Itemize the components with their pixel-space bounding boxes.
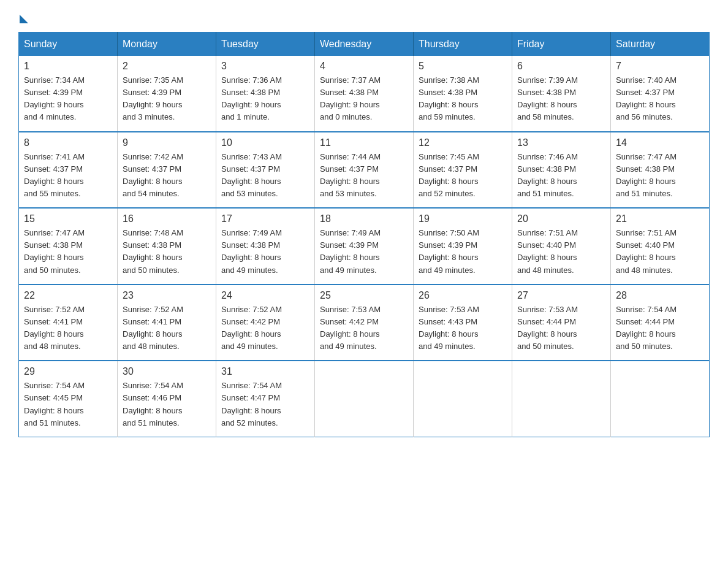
calendar-day-cell: 26 Sunrise: 7:53 AMSunset: 4:43 PMDaylig… (414, 285, 512, 361)
day-info: Sunrise: 7:34 AMSunset: 4:39 PMDaylight:… (24, 74, 112, 124)
days-of-week-row: SundayMondayTuesdayWednesdayThursdayFrid… (19, 33, 710, 56)
calendar-day-cell: 10 Sunrise: 7:43 AMSunset: 4:37 PMDaylig… (216, 132, 315, 209)
calendar-day-cell: 16 Sunrise: 7:48 AMSunset: 4:38 PMDaylig… (118, 208, 216, 285)
day-info: Sunrise: 7:50 AMSunset: 4:39 PMDaylight:… (419, 227, 507, 277)
day-number: 19 (419, 213, 507, 224)
day-info: Sunrise: 7:38 AMSunset: 4:38 PMDaylight:… (419, 74, 507, 124)
calendar-day-cell: 4 Sunrise: 7:37 AMSunset: 4:38 PMDayligh… (315, 56, 414, 132)
day-number: 15 (24, 213, 112, 224)
calendar-day-cell: 2 Sunrise: 7:35 AMSunset: 4:39 PMDayligh… (118, 56, 216, 132)
day-number: 18 (320, 213, 408, 224)
day-info: Sunrise: 7:54 AMSunset: 4:47 PMDaylight:… (221, 380, 309, 429)
day-info: Sunrise: 7:44 AMSunset: 4:37 PMDaylight:… (320, 151, 408, 201)
calendar-day-cell: 25 Sunrise: 7:53 AMSunset: 4:42 PMDaylig… (315, 285, 414, 361)
day-info: Sunrise: 7:35 AMSunset: 4:39 PMDaylight:… (123, 74, 211, 124)
calendar-day-cell: 6 Sunrise: 7:39 AMSunset: 4:38 PMDayligh… (512, 56, 611, 132)
calendar-day-cell: 18 Sunrise: 7:49 AMSunset: 4:39 PMDaylig… (315, 208, 414, 285)
day-info: Sunrise: 7:53 AMSunset: 4:43 PMDaylight:… (419, 304, 507, 353)
day-number: 22 (24, 290, 112, 301)
day-info: Sunrise: 7:43 AMSunset: 4:37 PMDaylight:… (221, 151, 309, 201)
calendar-day-cell: 24 Sunrise: 7:52 AMSunset: 4:42 PMDaylig… (216, 285, 315, 361)
day-number: 16 (123, 213, 211, 224)
day-number: 30 (123, 366, 211, 377)
day-info: Sunrise: 7:53 AMSunset: 4:44 PMDaylight:… (517, 304, 605, 353)
calendar-week-row: 1 Sunrise: 7:34 AMSunset: 4:39 PMDayligh… (19, 56, 710, 132)
day-info: Sunrise: 7:40 AMSunset: 4:37 PMDaylight:… (616, 74, 704, 124)
day-number: 8 (24, 137, 112, 148)
day-number: 9 (123, 137, 211, 148)
calendar-day-cell (414, 361, 512, 437)
day-number: 21 (616, 213, 704, 224)
day-number: 14 (616, 137, 704, 148)
calendar-day-cell: 31 Sunrise: 7:54 AMSunset: 4:47 PMDaylig… (216, 361, 315, 437)
day-info: Sunrise: 7:54 AMSunset: 4:44 PMDaylight:… (616, 304, 704, 353)
day-of-week-header: Sunday (19, 33, 118, 56)
calendar-day-cell: 15 Sunrise: 7:47 AMSunset: 4:38 PMDaylig… (19, 208, 118, 285)
calendar-day-cell (611, 361, 710, 437)
day-number: 12 (419, 137, 507, 148)
calendar-day-cell: 28 Sunrise: 7:54 AMSunset: 4:44 PMDaylig… (611, 285, 710, 361)
calendar-week-row: 22 Sunrise: 7:52 AMSunset: 4:41 PMDaylig… (19, 285, 710, 361)
day-number: 4 (320, 61, 408, 72)
day-info: Sunrise: 7:53 AMSunset: 4:42 PMDaylight:… (320, 304, 408, 353)
calendar-header: SundayMondayTuesdayWednesdayThursdayFrid… (19, 33, 710, 56)
logo-arrow-icon (20, 15, 28, 23)
calendar-day-cell: 27 Sunrise: 7:53 AMSunset: 4:44 PMDaylig… (512, 285, 611, 361)
day-info: Sunrise: 7:51 AMSunset: 4:40 PMDaylight:… (616, 227, 704, 277)
day-info: Sunrise: 7:42 AMSunset: 4:37 PMDaylight:… (123, 151, 211, 201)
day-info: Sunrise: 7:52 AMSunset: 4:42 PMDaylight:… (221, 304, 309, 353)
page-header (18, 12, 710, 21)
calendar-day-cell (512, 361, 611, 437)
logo (18, 12, 28, 21)
day-number: 25 (320, 290, 408, 301)
calendar-day-cell: 14 Sunrise: 7:47 AMSunset: 4:38 PMDaylig… (611, 132, 710, 209)
day-number: 5 (419, 61, 507, 72)
day-info: Sunrise: 7:41 AMSunset: 4:37 PMDaylight:… (24, 151, 112, 201)
day-number: 28 (616, 290, 704, 301)
day-number: 1 (24, 61, 112, 72)
calendar-week-row: 8 Sunrise: 7:41 AMSunset: 4:37 PMDayligh… (19, 132, 710, 209)
day-info: Sunrise: 7:47 AMSunset: 4:38 PMDaylight:… (24, 227, 112, 277)
calendar-day-cell: 3 Sunrise: 7:36 AMSunset: 4:38 PMDayligh… (216, 56, 315, 132)
calendar-day-cell: 17 Sunrise: 7:49 AMSunset: 4:38 PMDaylig… (216, 208, 315, 285)
calendar-day-cell: 11 Sunrise: 7:44 AMSunset: 4:37 PMDaylig… (315, 132, 414, 209)
day-number: 7 (616, 61, 704, 72)
calendar-day-cell: 5 Sunrise: 7:38 AMSunset: 4:38 PMDayligh… (414, 56, 512, 132)
calendar-day-cell: 9 Sunrise: 7:42 AMSunset: 4:37 PMDayligh… (118, 132, 216, 209)
day-number: 3 (221, 61, 309, 72)
day-number: 24 (221, 290, 309, 301)
day-info: Sunrise: 7:52 AMSunset: 4:41 PMDaylight:… (123, 304, 211, 353)
calendar-day-cell: 21 Sunrise: 7:51 AMSunset: 4:40 PMDaylig… (611, 208, 710, 285)
calendar-day-cell: 20 Sunrise: 7:51 AMSunset: 4:40 PMDaylig… (512, 208, 611, 285)
day-info: Sunrise: 7:37 AMSunset: 4:38 PMDaylight:… (320, 74, 408, 124)
day-number: 10 (221, 137, 309, 148)
day-number: 27 (517, 290, 605, 301)
calendar-week-row: 15 Sunrise: 7:47 AMSunset: 4:38 PMDaylig… (19, 208, 710, 285)
day-info: Sunrise: 7:51 AMSunset: 4:40 PMDaylight:… (517, 227, 605, 277)
day-info: Sunrise: 7:49 AMSunset: 4:38 PMDaylight:… (221, 227, 309, 277)
calendar-day-cell: 1 Sunrise: 7:34 AMSunset: 4:39 PMDayligh… (19, 56, 118, 132)
calendar-day-cell (315, 361, 414, 437)
day-info: Sunrise: 7:54 AMSunset: 4:45 PMDaylight:… (24, 380, 112, 429)
day-number: 11 (320, 137, 408, 148)
day-of-week-header: Wednesday (315, 33, 414, 56)
day-of-week-header: Monday (118, 33, 216, 56)
day-number: 17 (221, 213, 309, 224)
day-number: 2 (123, 61, 211, 72)
day-info: Sunrise: 7:54 AMSunset: 4:46 PMDaylight:… (123, 380, 211, 429)
calendar-day-cell: 29 Sunrise: 7:54 AMSunset: 4:45 PMDaylig… (19, 361, 118, 437)
calendar-day-cell: 30 Sunrise: 7:54 AMSunset: 4:46 PMDaylig… (118, 361, 216, 437)
calendar-day-cell: 19 Sunrise: 7:50 AMSunset: 4:39 PMDaylig… (414, 208, 512, 285)
calendar-day-cell: 12 Sunrise: 7:45 AMSunset: 4:37 PMDaylig… (414, 132, 512, 209)
day-info: Sunrise: 7:45 AMSunset: 4:37 PMDaylight:… (419, 151, 507, 201)
day-number: 6 (517, 61, 605, 72)
calendar-week-row: 29 Sunrise: 7:54 AMSunset: 4:45 PMDaylig… (19, 361, 710, 437)
day-info: Sunrise: 7:48 AMSunset: 4:38 PMDaylight:… (123, 227, 211, 277)
day-number: 23 (123, 290, 211, 301)
calendar-day-cell: 23 Sunrise: 7:52 AMSunset: 4:41 PMDaylig… (118, 285, 216, 361)
day-number: 26 (419, 290, 507, 301)
day-of-week-header: Tuesday (216, 33, 315, 56)
calendar-day-cell: 13 Sunrise: 7:46 AMSunset: 4:38 PMDaylig… (512, 132, 611, 209)
day-number: 31 (221, 366, 309, 377)
calendar-body: 1 Sunrise: 7:34 AMSunset: 4:39 PMDayligh… (19, 56, 710, 437)
